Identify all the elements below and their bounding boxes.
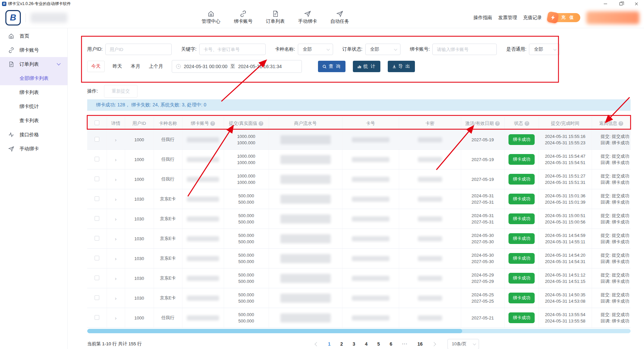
sidebar-item-home[interactable]: 首页 (0, 29, 67, 43)
redacted-brand-name (31, 13, 67, 23)
close-button[interactable] (629, 0, 644, 7)
expand-row-icon[interactable]: › (115, 196, 117, 202)
next-page-button[interactable] (432, 342, 436, 346)
link-invoice-management[interactable]: 发票管理 (498, 15, 517, 21)
row-checkbox[interactable] (95, 315, 99, 320)
help-icon[interactable]: ? (259, 121, 263, 126)
recharge-button[interactable]: 充 值 (550, 13, 580, 22)
page-number-5[interactable]: 5 (377, 341, 380, 347)
page-size-select[interactable]: 10条/页 (447, 339, 479, 349)
bind-account-input[interactable] (432, 44, 497, 55)
sidebar-item-card-query-list[interactable]: 查卡列表 (0, 113, 67, 128)
sidebar-item-bind-stats[interactable]: 绑卡统计 (0, 99, 67, 113)
nav-item-order-list[interactable]: 订单列表 (265, 10, 286, 24)
redacted-account-button[interactable] (586, 11, 639, 24)
table-row: ›1030京东E卡500.000500.0002024-05-252027-05… (87, 288, 631, 308)
sidebar-item-bind-accounts[interactable]: 绑卡账号 (0, 43, 67, 57)
expand-row-icon[interactable]: › (115, 216, 117, 222)
cell-activation-date: 2027-05-19 (461, 169, 504, 189)
sidebar-item-api-prices[interactable]: 接口价格 (0, 128, 67, 142)
help-icon[interactable]: ? (210, 121, 215, 126)
card-type-select[interactable]: 全部 (298, 44, 333, 55)
link-recharge-records[interactable]: 充值记录 (523, 15, 542, 21)
cell-card-type: 任我行 (154, 169, 182, 189)
row-checkbox[interactable] (95, 256, 99, 260)
range-today-button[interactable]: 今天 (87, 61, 105, 72)
expand-row-icon[interactable]: › (115, 256, 117, 261)
nav-item-auto-tasks[interactable]: 自动任务 (329, 10, 350, 24)
horizontal-scrollbar[interactable] (87, 329, 631, 333)
link-icon (239, 10, 247, 17)
help-icon[interactable]: ? (525, 121, 529, 126)
page-ellipsis[interactable]: ··· (402, 341, 408, 347)
nav-item-bind-accounts[interactable]: 绑卡账号 (233, 10, 254, 24)
page-number-2[interactable]: 2 (340, 341, 343, 347)
date-range-picker[interactable]: 2024-05-31 00:00:00 至 2024-05-31 16:31:3… (172, 60, 302, 73)
home-icon (207, 10, 215, 17)
column-header-return-info: 返回信息? (592, 117, 631, 130)
pagination-controls: 1 2 3 4 5 6 ··· 16 (315, 341, 435, 347)
cell-face-value: 500.000500.000 (224, 288, 269, 308)
scrollbar-thumb[interactable] (87, 329, 462, 333)
page-number-4[interactable]: 4 (365, 341, 368, 347)
order-status-select[interactable]: 全部 (365, 44, 400, 55)
page-number-16[interactable]: 16 (417, 341, 423, 347)
help-icon[interactable]: ? (619, 121, 623, 126)
cell-face-value: 1000.0001000.000 (224, 150, 269, 169)
redacted-merchant-serial (280, 214, 331, 223)
cell-merchant-serial (269, 169, 342, 189)
cell-status: 绑卡成功 (504, 209, 539, 229)
user-id-input[interactable] (105, 44, 172, 55)
range-yesterday-button[interactable]: 昨天 (113, 63, 122, 69)
nav-item-management-center[interactable]: 管理中心 (201, 10, 221, 24)
stats-button[interactable]: 统 计 (353, 61, 380, 72)
nav-label: 管理中心 (202, 18, 220, 24)
expand-row-icon[interactable]: › (115, 276, 117, 281)
range-last-month-button[interactable]: 上个月 (149, 63, 163, 69)
row-checkbox[interactable] (95, 236, 99, 241)
column-header-card-type: 卡种名称 (154, 117, 182, 130)
cell-times: 2024-05-31 15:00:512024-05-31 15:00:56 (539, 209, 592, 229)
cell-times: 2024-05-31 13:55:542024-05-31 13:55:58 (539, 308, 592, 328)
sidebar-item-order-list[interactable]: 订单列表 (0, 57, 67, 71)
cell-activation-date: 2024-05-292027-05-29 (461, 268, 504, 288)
cell-face-value: 500.000500.000 (224, 249, 269, 268)
row-checkbox[interactable] (95, 196, 99, 201)
row-checkbox[interactable] (95, 276, 99, 280)
row-checkbox[interactable] (95, 216, 99, 221)
sidebar-item-bind-list[interactable]: 绑卡列表 (0, 85, 67, 99)
page-number-3[interactable]: 3 (353, 341, 355, 347)
prev-page-button[interactable] (315, 342, 319, 346)
cell-detail: › (107, 308, 125, 328)
search-button[interactable]: 查 询 (318, 61, 345, 72)
expand-row-icon[interactable]: › (115, 315, 117, 321)
close-icon (635, 2, 638, 6)
restore-button[interactable] (613, 0, 629, 7)
expand-row-icon[interactable]: › (115, 236, 117, 242)
window-titlebar: B 绑卡宝v1.0.26-专业的自动绑卡软件 (0, 0, 644, 7)
page-number-1[interactable]: 1 (328, 341, 331, 347)
sidebar-item-all-bind-list[interactable]: 全部绑卡列表 (0, 71, 67, 85)
universal-select[interactable]: 全部 (529, 44, 560, 55)
help-icon[interactable]: ? (495, 121, 500, 126)
link-operation-guide[interactable]: 操作指南 (474, 15, 492, 21)
expand-row-icon[interactable]: › (115, 177, 117, 182)
row-checkbox[interactable] (95, 137, 99, 142)
row-checkbox[interactable] (95, 157, 99, 161)
redacted-merchant-serial (280, 155, 331, 164)
row-checkbox[interactable] (95, 177, 99, 181)
expand-row-icon[interactable]: › (115, 137, 117, 143)
minimize-button[interactable] (598, 0, 613, 7)
expand-row-icon[interactable]: › (115, 157, 117, 162)
expand-row-icon[interactable]: › (115, 295, 117, 301)
keyword-input[interactable] (199, 44, 266, 55)
resubmit-button[interactable]: 重新提交 (104, 85, 138, 98)
page-number-6[interactable]: 6 (390, 341, 392, 347)
cell-status: 绑卡成功 (504, 288, 539, 308)
export-button[interactable]: 导 出 (388, 61, 415, 72)
sidebar-item-manual-bind[interactable]: 手动绑卡 (0, 142, 67, 156)
nav-item-manual-bind[interactable]: 手动绑卡 (297, 10, 318, 24)
select-all-checkbox[interactable] (95, 120, 99, 125)
row-checkbox[interactable] (95, 295, 99, 300)
range-this-month-button[interactable]: 本月 (131, 63, 140, 69)
